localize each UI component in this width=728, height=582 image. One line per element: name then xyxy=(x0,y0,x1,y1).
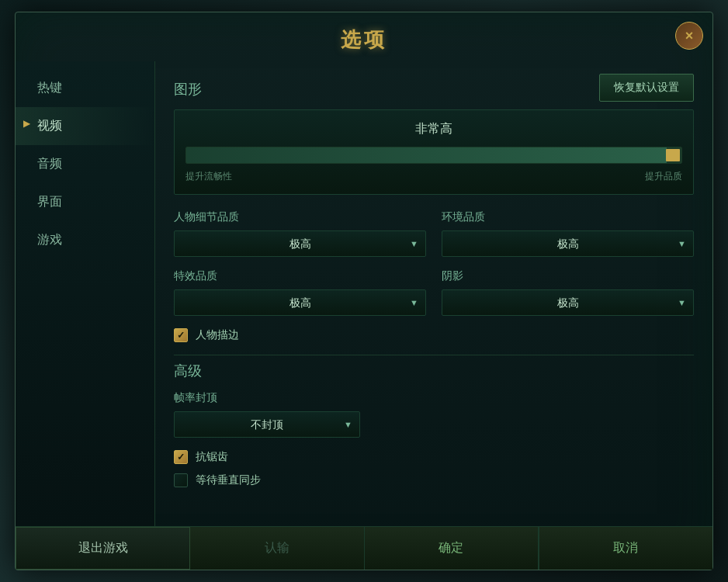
slider-thumb xyxy=(666,149,680,161)
sidebar-item-label-interface: 界面 xyxy=(37,195,62,208)
fps-cap-select[interactable]: 不封顶 60 30 xyxy=(174,411,360,438)
quality-preset-box: 非常高 提升流畅性 提升品质 xyxy=(174,109,694,195)
dialog-footer: 退出游戏 认输 确定 取消 xyxy=(16,526,712,570)
exit-game-button[interactable]: 退出游戏 xyxy=(16,527,190,570)
antialiasing-checkbox[interactable]: ✓ xyxy=(174,450,188,464)
antialiasing-row: ✓ 抗锯齿 xyxy=(174,450,694,464)
dropdowns-row-1: 人物细节品质 极高 高 中 低 环境品质 xyxy=(174,210,694,257)
check-icon-aa: ✓ xyxy=(177,452,185,462)
shadow-wrapper: 极高 高 中 低 xyxy=(442,289,694,316)
fps-cap-label: 帧率封顶 xyxy=(174,391,694,405)
env-quality-wrapper: 极高 高 中 低 xyxy=(442,230,694,257)
quality-slider-container xyxy=(185,147,682,164)
slider-right-label: 提升品质 xyxy=(645,170,682,183)
vsync-checkbox[interactable] xyxy=(174,473,188,487)
close-button[interactable]: × xyxy=(675,22,703,50)
close-icon: × xyxy=(685,28,694,44)
ok-button[interactable]: 确定 xyxy=(365,527,539,570)
character-outline-label: 人物描边 xyxy=(196,328,239,342)
env-quality-select[interactable]: 极高 高 中 低 xyxy=(442,230,694,257)
antialiasing-label: 抗锯齿 xyxy=(196,450,228,464)
character-quality-group: 人物细节品质 极高 高 中 低 xyxy=(174,210,426,257)
dialog-title: 选项 xyxy=(341,28,387,51)
dialog-header: 选项 × xyxy=(16,12,712,61)
slider-track xyxy=(185,147,682,164)
slider-fill xyxy=(186,147,667,163)
sidebar-item-audio[interactable]: 音频 xyxy=(16,145,154,183)
character-quality-select[interactable]: 极高 高 中 低 xyxy=(174,230,426,257)
fps-cap-wrapper: 不封顶 60 30 xyxy=(174,411,360,438)
sidebar-item-label-hotkeys: 热键 xyxy=(37,81,62,94)
character-quality-label: 人物细节品质 xyxy=(174,210,426,224)
dialog-body: 热键 视频 音频 界面 游戏 恢复默认设置 xyxy=(16,61,712,526)
effect-quality-select[interactable]: 极高 高 中 低 xyxy=(174,289,426,316)
sidebar-item-label-video: 视频 xyxy=(37,119,62,132)
sidebar: 热键 视频 音频 界面 游戏 xyxy=(16,61,155,526)
cancel-button[interactable]: 取消 xyxy=(539,527,712,570)
character-outline-checkbox[interactable]: ✓ xyxy=(174,328,188,342)
dropdowns-row-2: 特效品质 极高 高 中 低 阴影 xyxy=(174,269,694,316)
advanced-title: 高级 xyxy=(174,362,694,380)
slider-labels: 提升流畅性 提升品质 xyxy=(185,170,682,183)
vsync-row: 等待垂直同步 xyxy=(174,473,694,487)
sidebar-item-label-audio: 音频 xyxy=(37,157,62,170)
character-outline-row: ✓ 人物描边 xyxy=(174,328,694,342)
slider-left-label: 提升流畅性 xyxy=(185,170,232,183)
sidebar-item-video[interactable]: 视频 xyxy=(16,107,154,145)
env-quality-label: 环境品质 xyxy=(442,210,694,224)
quality-preset-label: 非常高 xyxy=(185,121,682,137)
check-icon: ✓ xyxy=(177,330,185,341)
content-area: 恢复默认设置 图形 非常高 提升流畅性 提升品质 xyxy=(155,61,712,526)
restore-defaults-button[interactable]: 恢复默认设置 xyxy=(599,74,694,102)
env-quality-group: 环境品质 极高 高 中 低 xyxy=(442,210,694,257)
effect-quality-label: 特效品质 xyxy=(174,269,426,283)
shadow-select[interactable]: 极高 高 中 低 xyxy=(442,289,694,316)
dialog-backdrop: 选项 × 热键 视频 音频 界面 xyxy=(0,0,728,582)
surrender-button[interactable]: 认输 xyxy=(190,527,364,570)
effect-quality-group: 特效品质 极高 高 中 低 xyxy=(174,269,426,316)
effect-quality-wrapper: 极高 高 中 低 xyxy=(174,289,426,316)
character-quality-wrapper: 极高 高 中 低 xyxy=(174,230,426,257)
advanced-section: 高级 帧率封顶 不封顶 60 30 ✓ xyxy=(174,355,694,487)
shadow-group: 阴影 极高 高 中 低 xyxy=(442,269,694,316)
sidebar-item-interface[interactable]: 界面 xyxy=(16,183,154,221)
options-dialog: 选项 × 热键 视频 音频 界面 xyxy=(15,12,713,570)
vsync-label: 等待垂直同步 xyxy=(196,473,261,487)
sidebar-item-game[interactable]: 游戏 xyxy=(16,221,154,259)
sidebar-item-hotkeys[interactable]: 热键 xyxy=(16,69,154,107)
sidebar-item-label-game: 游戏 xyxy=(37,233,62,246)
shadow-label: 阴影 xyxy=(442,269,694,283)
